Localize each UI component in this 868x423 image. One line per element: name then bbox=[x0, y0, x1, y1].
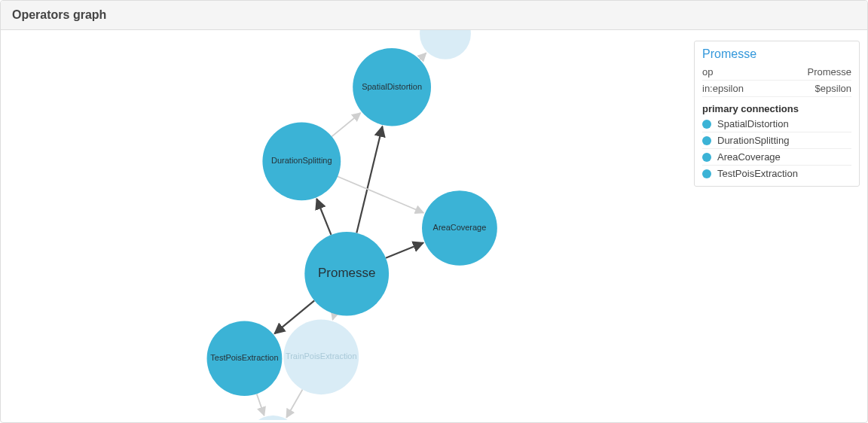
details-sidebar: Promesse opPromessein:epsilon$epsilon pr… bbox=[694, 41, 860, 187]
connection-label: TestPoisExtraction bbox=[717, 168, 798, 179]
graph-edge bbox=[257, 394, 264, 415]
graph-edge bbox=[420, 53, 426, 59]
panel-title: Operators graph bbox=[1, 1, 867, 30]
connection-item[interactable]: SpatialDistortion bbox=[702, 116, 851, 132]
details-row: in:epsilon$epsilon bbox=[702, 81, 851, 97]
graph-edge bbox=[286, 390, 302, 418]
details-row-value: $epsilon bbox=[815, 83, 851, 94]
graph-edge bbox=[332, 314, 334, 320]
graph-edge bbox=[316, 199, 331, 235]
svg-point-1 bbox=[420, 30, 471, 59]
graph-node-label: AreaCoverage bbox=[433, 223, 487, 232]
connection-item[interactable]: AreaCoverage bbox=[702, 149, 851, 166]
graph-node-trainpoisextraction[interactable]: TrainPoisExtraction bbox=[283, 320, 359, 395]
graph-edge bbox=[338, 177, 423, 213]
node-dot-icon bbox=[702, 136, 711, 145]
connections-header: primary connections bbox=[702, 103, 851, 114]
details-title: Promesse bbox=[702, 47, 851, 61]
graph-node-label: Promesse bbox=[318, 266, 375, 280]
connection-item[interactable]: DurationSplitting bbox=[702, 132, 851, 149]
node-dot-icon bbox=[702, 153, 711, 162]
graph-node-label: TrainPoisExtraction bbox=[286, 351, 357, 361]
graph-node-label: TestPoisExtraction bbox=[210, 353, 278, 362]
panel-body: SpatialDistortionDurationSplittingAreaCo… bbox=[1, 30, 867, 420]
details-row-key: in:epsilon bbox=[702, 83, 744, 94]
graph-edge bbox=[386, 242, 423, 257]
connection-label: SpatialDistortion bbox=[717, 118, 789, 129]
graph-node-label: SpatialDistortion bbox=[362, 82, 422, 91]
graph-node-promesse[interactable]: Promesse bbox=[304, 232, 389, 316]
details-row-key: op bbox=[702, 66, 713, 78]
graph-node-bottomghost[interactable] bbox=[247, 415, 298, 420]
node-dot-icon bbox=[702, 120, 711, 129]
graph-node-areacoverage[interactable]: AreaCoverage bbox=[422, 190, 497, 266]
graph-node-durationsplitting[interactable]: DurationSplitting bbox=[262, 123, 341, 201]
graph-node-spatialdistortion[interactable]: SpatialDistortion bbox=[353, 48, 431, 126]
graph-node-label: DurationSplitting bbox=[271, 156, 332, 165]
svg-point-7 bbox=[247, 415, 298, 420]
connection-label: DurationSplitting bbox=[717, 135, 789, 146]
graph-edge bbox=[332, 113, 360, 136]
graph-edge bbox=[356, 126, 382, 233]
graph-node-testpoisextraction[interactable]: TestPoisExtraction bbox=[207, 321, 283, 397]
connection-label: AreaCoverage bbox=[717, 151, 781, 163]
graph-node-topghost[interactable] bbox=[420, 30, 471, 59]
operators-graph-panel: Operators graph SpatialDistortionDuratio… bbox=[0, 0, 868, 423]
node-dot-icon bbox=[702, 169, 711, 178]
details-row-value: Promesse bbox=[807, 66, 851, 78]
connection-item[interactable]: TestPoisExtraction bbox=[702, 166, 851, 181]
details-row: opPromesse bbox=[702, 64, 851, 81]
